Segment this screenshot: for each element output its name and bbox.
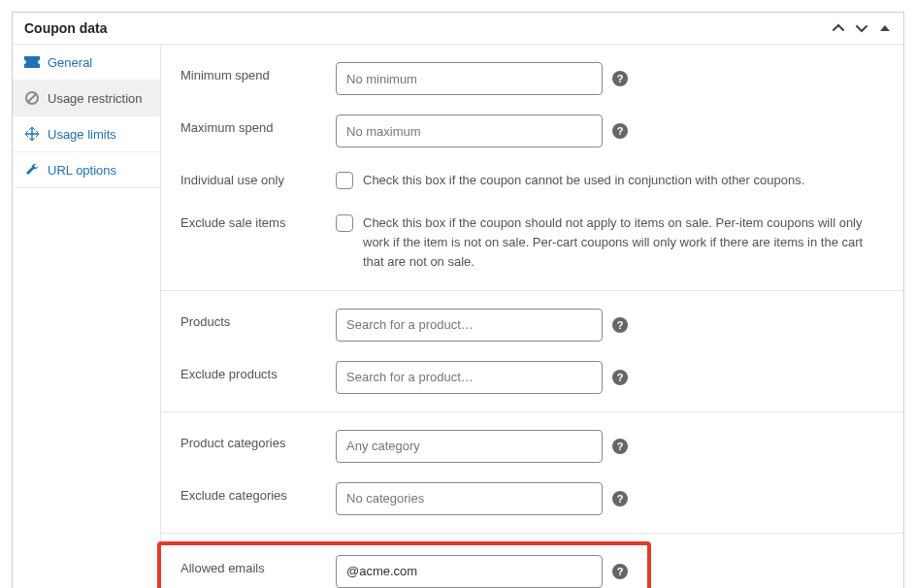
help-icon[interactable]: ?	[612, 439, 628, 454]
allowed-emails-input[interactable]	[336, 555, 603, 588]
row-product-categories: Product categories ?	[161, 420, 903, 473]
block-icon	[24, 90, 40, 106]
wrench-icon	[24, 162, 40, 178]
tab-label: Usage restriction	[48, 91, 143, 106]
min-spend-input[interactable]	[336, 62, 603, 95]
label-max-spend: Maximum spend	[180, 114, 336, 135]
row-max-spend: Maximum spend ?	[161, 105, 903, 157]
label-min-spend: Minimum spend	[180, 62, 336, 82]
individual-use-checkbox[interactable]	[336, 172, 353, 189]
label-exclude-categories: Exclude categories	[180, 482, 336, 503]
label-exclude-products: Exclude products	[180, 361, 336, 381]
panel-move-up-icon[interactable]	[832, 21, 845, 35]
panel-move-down-icon[interactable]	[855, 21, 868, 35]
tab-usage-restriction[interactable]: Usage restriction	[13, 81, 160, 116]
panel-header: Coupon data	[13, 13, 903, 45]
panel-title: Coupon data	[24, 20, 108, 36]
help-icon[interactable]: ?	[612, 71, 628, 86]
tab-label: URL options	[48, 163, 116, 178]
help-icon[interactable]: ?	[612, 370, 628, 385]
product-categories-input[interactable]	[336, 430, 603, 463]
products-input[interactable]	[336, 309, 603, 342]
svg-line-1	[28, 94, 36, 102]
tab-usage-limits[interactable]: Usage limits	[13, 116, 160, 152]
tab-general[interactable]: General	[13, 45, 160, 81]
tab-url-options[interactable]: URL options	[13, 152, 160, 188]
exclude-products-input[interactable]	[336, 361, 603, 394]
help-icon[interactable]: ?	[612, 317, 628, 333]
ticket-icon	[24, 54, 40, 70]
label-exclude-sale: Exclude sale items	[180, 210, 336, 230]
row-individual-use: Individual use only Check this box if th…	[161, 157, 903, 200]
section-categories: Product categories ? Exclude categories …	[161, 412, 903, 534]
section-emails: Allowed emails ?	[161, 534, 903, 588]
panel-body: General Usage restriction Usage limits U…	[13, 45, 903, 588]
allowed-emails-highlight: Allowed emails ?	[157, 541, 651, 588]
exclude-categories-input[interactable]	[336, 482, 603, 515]
help-icon[interactable]: ?	[612, 123, 628, 139]
row-exclude-sale: Exclude sale items Check this box if the…	[161, 200, 903, 281]
row-min-spend: Minimum spend ?	[161, 52, 903, 105]
row-products: Products ?	[161, 299, 903, 351]
section-spend: Minimum spend ? Maximum spend ? Individu…	[161, 45, 903, 291]
exclude-sale-desc: Check this box if the coupon should not …	[363, 213, 884, 272]
help-icon[interactable]: ?	[612, 491, 628, 506]
resize-icon	[24, 126, 40, 142]
tab-label: Usage limits	[48, 127, 116, 142]
exclude-sale-checkbox[interactable]	[336, 214, 353, 232]
row-exclude-products: Exclude products ?	[161, 351, 903, 404]
label-allowed-emails: Allowed emails	[180, 555, 336, 575]
label-product-categories: Product categories	[180, 430, 336, 450]
panel-controls	[832, 21, 892, 35]
tab-label: General	[48, 55, 92, 70]
label-products: Products	[180, 309, 336, 329]
row-allowed-emails: Allowed emails ?	[161, 545, 647, 588]
row-exclude-categories: Exclude categories ?	[161, 473, 903, 525]
individual-use-desc: Check this box if the coupon cannot be u…	[363, 171, 804, 190]
label-individual-use: Individual use only	[180, 167, 336, 187]
coupon-data-panel: Coupon data General	[12, 12, 904, 588]
max-spend-input[interactable]	[336, 114, 603, 147]
section-products: Products ? Exclude products ?	[161, 291, 903, 412]
tabs-sidebar: General Usage restriction Usage limits U…	[13, 45, 161, 588]
help-icon[interactable]: ?	[612, 564, 628, 579]
content-area: Minimum spend ? Maximum spend ? Individu…	[161, 45, 903, 588]
panel-toggle-icon[interactable]	[878, 21, 892, 35]
